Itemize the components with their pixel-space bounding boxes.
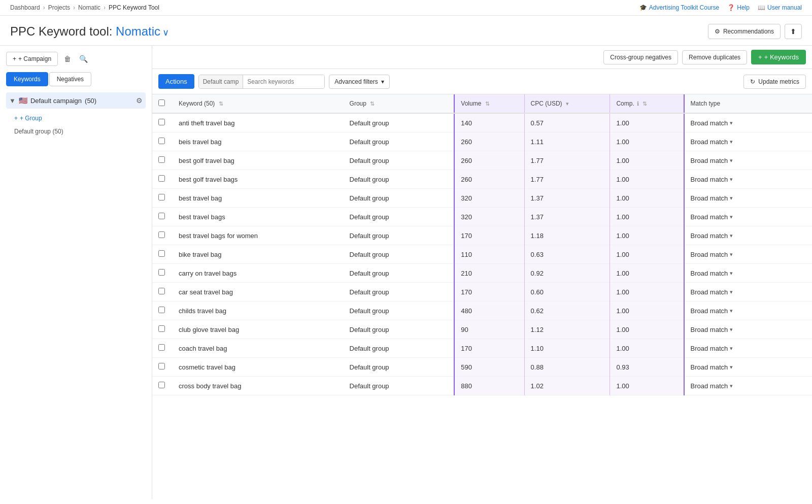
row-volume: 170 [454,283,524,301]
breadcrumb-nomatic[interactable]: Nomatic [78,4,100,11]
help-link[interactable]: ❓ Help [727,4,750,11]
row-checkbox[interactable] [158,156,165,163]
match-type-dropdown[interactable]: Broad match ▾ [691,382,733,390]
user-manual-link[interactable]: 📖 User manual [758,4,802,11]
search-keywords-input[interactable] [243,75,324,88]
row-checkbox[interactable] [158,250,165,257]
row-checkbox-cell [152,283,173,301]
header-group[interactable]: Group ⇅ [344,94,455,113]
header-keyword[interactable]: Keyword (50) ⇅ [173,94,344,113]
match-type-dropdown[interactable]: Broad match ▾ [691,213,733,221]
remove-duplicates-button[interactable]: Remove duplicates [682,50,747,64]
update-metrics-button[interactable]: ↻ Update metrics [743,75,806,89]
group-name: Default group (50) [14,128,63,135]
match-type-dropdown[interactable]: Broad match ▾ [691,176,733,183]
row-keyword: best travel bags [173,208,344,226]
row-comp: 1.00 [610,151,684,170]
row-keyword: best golf travel bags [173,170,344,189]
main-layout: + + Campaign 🗑 🔍 Keywords Negatives ▼ 🇺🇸… [0,46,812,499]
row-checkbox[interactable] [158,269,165,276]
row-volume: 260 [454,170,524,189]
row-checkbox[interactable] [158,382,165,388]
row-cpc: 1.37 [524,208,610,226]
row-checkbox[interactable] [158,325,165,332]
advanced-filters-button[interactable]: Advanced filters ▾ [329,75,389,89]
row-checkbox[interactable] [158,119,165,125]
row-comp: 1.00 [610,301,684,320]
row-checkbox[interactable] [158,307,165,313]
campaign-item[interactable]: ▼ 🇺🇸 Default campaign (50) ⚙ [6,92,146,109]
match-type-dropdown[interactable]: Broad match ▾ [691,138,733,146]
add-group-button[interactable]: + + Group [6,112,146,125]
header-comp[interactable]: Comp. ℹ ⇅ [610,94,684,113]
row-checkbox[interactable] [158,213,165,219]
recommendations-button[interactable]: ⚙ Recommendations [708,24,781,39]
match-type-dropdown[interactable]: Broad match ▾ [691,157,733,164]
delete-campaign-button[interactable]: 🗑 [62,53,73,65]
sort-icon-volume: ⇅ [485,100,490,107]
header-cpc[interactable]: CPC (USD) ▾ [524,94,610,113]
match-type-dropdown[interactable]: Broad match ▾ [691,232,733,240]
row-checkbox[interactable] [158,363,165,369]
row-group: Default group [344,320,455,339]
campaign-settings-icon[interactable]: ⚙ [136,96,143,105]
table-row: best golf travel bag Default group 260 1… [152,151,812,170]
match-type-dropdown[interactable]: Broad match ▾ [691,363,733,371]
row-checkbox[interactable] [158,344,165,351]
keywords-table: Keyword (50) ⇅ Group ⇅ Volume ⇅ CPC (U [152,94,812,395]
sort-icon-group: ⇅ [370,100,375,107]
match-type-dropdown[interactable]: Broad match ▾ [691,251,733,258]
row-comp: 0.93 [610,358,684,377]
header-volume[interactable]: Volume ⇅ [454,94,524,113]
breadcrumb-dashboard[interactable]: Dashboard [10,4,40,11]
row-checkbox[interactable] [158,194,165,200]
match-type-dropdown[interactable]: Broad match ▾ [691,288,733,296]
row-checkbox-cell [152,320,173,339]
actions-button[interactable]: Actions [158,74,194,89]
row-checkbox-cell [152,301,173,320]
match-type-dropdown[interactable]: Broad match ▾ [691,307,733,315]
row-checkbox[interactable] [158,175,165,182]
add-keywords-button[interactable]: + + Keywords [751,50,806,64]
sort-icon-comp: ⇅ [642,100,647,107]
export-button[interactable]: ⬆ [785,24,802,39]
match-type-dropdown[interactable]: Broad match ▾ [691,326,733,333]
plus-icon: + [13,55,16,62]
row-checkbox-cell [152,151,173,170]
breadcrumb-current: PPC Keyword Tool [109,4,159,11]
row-comp: 1.00 [610,283,684,301]
row-checkbox-cell [152,226,173,245]
brand-dropdown-arrow[interactable]: ∨ [162,27,169,38]
table-row: best golf travel bags Default group 260 … [152,170,812,189]
row-comp: 1.00 [610,264,684,283]
match-type-dropdown[interactable]: Broad match ▾ [691,345,733,352]
cross-group-negatives-button[interactable]: Cross-group negatives [603,50,678,64]
toolbar-left: Actions Default camp Advanced filters ▾ [158,74,390,89]
tab-keywords[interactable]: Keywords [6,72,48,86]
default-group-item[interactable]: Default group (50) [6,125,146,138]
advertising-toolkit-link[interactable]: 🎓 Advertising Toolkit Course [639,4,720,11]
search-campaign-button[interactable]: 🔍 [77,53,90,65]
header-checkbox-cell [152,94,173,113]
row-keyword: childs travel bag [173,301,344,320]
plus-icon-keywords: + [758,53,762,61]
row-volume: 260 [454,132,524,151]
row-checkbox[interactable] [158,288,165,294]
row-checkbox[interactable] [158,138,165,144]
row-keyword: club glove travel bag [173,320,344,339]
match-type-label: Broad match [691,119,728,127]
match-type-dropdown[interactable]: Broad match ▾ [691,119,733,127]
match-type-arrow-icon: ▾ [730,345,733,352]
match-type-dropdown[interactable]: Broad match ▾ [691,270,733,277]
match-type-dropdown[interactable]: Broad match ▾ [691,194,733,202]
row-cpc: 1.37 [524,189,610,208]
tab-negatives[interactable]: Negatives [49,72,91,86]
row-keyword: cross body travel bag [173,377,344,395]
breadcrumb-projects[interactable]: Projects [48,4,70,11]
row-checkbox[interactable] [158,231,165,238]
row-group: Default group [344,358,455,377]
table-row: cosmetic travel bag Default group 590 0.… [152,358,812,377]
add-campaign-button[interactable]: + + Campaign [6,52,58,66]
row-volume: 320 [454,189,524,208]
select-all-checkbox[interactable] [158,99,165,106]
